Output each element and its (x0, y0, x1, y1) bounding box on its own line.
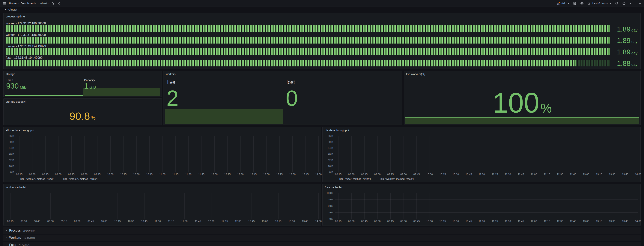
y-tick-label: 96 B (328, 135, 333, 137)
time-series-chart[interactable]: 08:1508:3008:4509:0009:1509:3009:4510:00… (6, 191, 319, 224)
x-axis: 08:1508:3008:4509:0009:1509:3009:4510:00… (10, 220, 318, 223)
x-tick-label: 13:00 (583, 220, 589, 222)
row-header-workers[interactable]: Workers (5 panels) (3, 234, 641, 241)
stat-value-lost: 0 (286, 87, 298, 109)
gauge-row-label: master - 172.31.43.194:19999 (6, 45, 638, 48)
gauge-value: 1.89day (617, 26, 638, 33)
v-gridline (225, 193, 225, 219)
x-tick-label: 10:30 (133, 173, 140, 176)
breadcrumb-separator: › (18, 2, 19, 5)
led-gauge-bar[interactable] (6, 37, 610, 44)
collapse-toolbar-icon[interactable] (638, 2, 642, 5)
x-axis: 08:1508:3008:4509:0009:1509:3009:4510:00… (338, 173, 638, 176)
time-series-chart[interactable]: 96 B80 B64 B48 B32 B16 B0 B 08:1508:3008… (6, 134, 319, 181)
row-header-fuse[interactable]: Fuse (2 panels) (3, 242, 641, 246)
panel-title[interactable]: ufs data throughput (325, 129, 349, 132)
add-panel-button[interactable]: Add (556, 2, 570, 5)
row-header-process[interactable]: Process (8 panels) (3, 227, 641, 234)
x-tick-label: 08:30 (20, 220, 27, 222)
x-tick-label: 10:00 (426, 220, 433, 222)
v-gridline (118, 193, 118, 219)
favorite-star-icon[interactable] (51, 2, 54, 5)
x-tick-label: 11:15 (172, 173, 178, 176)
panel-title[interactable]: alluxio data throughput (6, 129, 34, 132)
time-series-chart[interactable]: 100%75%50%25%0% 08:1508:3008:4509:0009:1… (325, 191, 638, 224)
save-dashboard-icon[interactable] (573, 2, 577, 5)
x-tick-label: 09:00 (374, 220, 381, 222)
x-tick-label: 14:00 (635, 220, 642, 222)
gauge-value: 1.88day (617, 60, 638, 67)
row-header-label: Cluster (8, 8, 18, 11)
x-tick-label: 10:30 (452, 173, 459, 176)
x-tick-label: 13:15 (276, 173, 283, 176)
v-gridline (238, 193, 238, 219)
breadcrumb-home[interactable]: Home (9, 2, 16, 5)
time-series-chart[interactable]: 96 B80 B64 B48 B32 B16 B0 B 08:1508:3008… (325, 134, 638, 181)
v-gridline (211, 193, 212, 219)
row-panel-count: (5 panels) (24, 236, 35, 239)
zoom-out-time-icon[interactable] (615, 2, 619, 5)
y-tick-label: 0 B (329, 171, 333, 174)
x-tick-label: 12:45 (570, 220, 576, 222)
x-tick-label: 08:30 (29, 173, 36, 176)
x-tick-label: 08:15 (335, 220, 342, 222)
x-tick-label: 13:45 (622, 220, 628, 222)
x-tick-label: 12:15 (544, 220, 550, 222)
breadcrumb-dashboards[interactable]: Dashboards (21, 2, 36, 5)
refresh-interval-dropdown[interactable] (629, 2, 632, 5)
led-gauge-list: worker - 172.31.32.186:300001.89dayworke… (6, 22, 638, 67)
legend-item[interactable]: {job="fuse", method="write"} (335, 177, 371, 180)
h-gridline (335, 212, 638, 213)
legend-item[interactable]: {job="worker", method="read"} (16, 177, 54, 180)
panel-title[interactable]: storage (6, 72, 15, 76)
x-tick-label: 11:00 (155, 220, 161, 222)
gauge-row-label: worker - 172.31.37.186:30000 (6, 33, 638, 37)
top-nav-bar: Home › Dashboards › Alluxio Add (0, 0, 644, 7)
series-line (335, 172, 638, 172)
panel-title[interactable]: process uptime (6, 15, 25, 18)
gauge-row: fuse - 172.31.43.194:499991.88day (6, 56, 638, 67)
x-tick-label: 11:45 (518, 173, 524, 176)
x-tick-label: 08:45 (361, 220, 368, 222)
y-tick-label: 100% (326, 192, 333, 194)
legend-item[interactable]: {job="worker", method="read"} (376, 177, 414, 180)
x-tick-label: 12:00 (531, 220, 537, 222)
x-tick-label: 11:00 (159, 173, 166, 176)
share-icon[interactable] (57, 2, 61, 5)
x-tick-label: 12:15 (544, 173, 550, 176)
legend-swatch (16, 179, 19, 179)
x-tick-label: 12:30 (235, 220, 241, 222)
led-gauge-bar[interactable] (6, 25, 610, 32)
x-tick-label: 10:45 (141, 220, 148, 222)
x-tick-label: 11:15 (168, 220, 174, 222)
dashboard-settings-icon[interactable] (580, 2, 584, 5)
panel-title[interactable]: live workers(%) (406, 72, 426, 76)
row-header-cluster[interactable]: Cluster (4, 8, 18, 11)
x-tick-label: 10:00 (426, 173, 433, 176)
stat-value-live: 2 (166, 87, 178, 109)
v-gridline (638, 193, 638, 219)
led-gauge-bar[interactable] (6, 48, 610, 55)
v-gridline (171, 193, 171, 219)
panel-title[interactable]: storage used(%) (6, 100, 26, 103)
h-gridline (335, 199, 638, 200)
x-tick-label: 10:15 (440, 220, 446, 222)
panel-title[interactable]: fuse cache hit (325, 186, 342, 189)
led-gauge-fill (6, 25, 610, 32)
panel-title[interactable]: worker cache hit (6, 186, 26, 189)
led-gauge-bar[interactable] (6, 60, 610, 66)
v-gridline (265, 193, 265, 219)
menu-icon[interactable] (2, 2, 6, 5)
legend-swatch (335, 179, 338, 179)
x-tick-label: 09:30 (74, 220, 80, 222)
refresh-icon[interactable] (622, 2, 626, 5)
panel-title[interactable]: workers (166, 72, 176, 76)
x-tick-label: 09:00 (374, 173, 381, 176)
add-chart-icon (556, 2, 560, 5)
plot-area (335, 193, 638, 219)
legend-item[interactable]: {job="worker", method="write"} (59, 177, 98, 180)
breadcrumb-dashboard-name[interactable]: Alluxio (40, 2, 48, 5)
time-range-picker[interactable]: Last 6 hours (587, 2, 612, 5)
plot-area (7, 193, 318, 219)
x-tick-label: 11:30 (185, 173, 192, 176)
